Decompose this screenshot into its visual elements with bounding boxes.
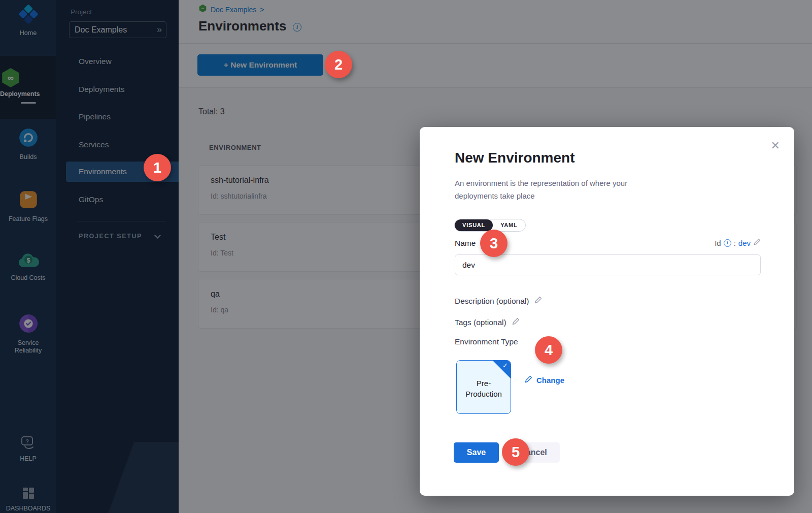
info-icon[interactable]: i bbox=[724, 239, 731, 247]
environment-type-label: Environment Type bbox=[455, 337, 518, 346]
tags-label: Tags (optional) bbox=[455, 318, 506, 327]
tab-yaml[interactable]: YAML bbox=[493, 219, 525, 231]
edit-pencil-icon[interactable] bbox=[512, 317, 520, 328]
save-button[interactable]: Save bbox=[454, 442, 499, 463]
description-field: Description (optional) bbox=[455, 296, 542, 306]
tags-field: Tags (optional) bbox=[455, 317, 520, 328]
modal-title: New Environment bbox=[455, 150, 574, 166]
check-icon: ✓ bbox=[502, 362, 508, 369]
change-link[interactable]: Change bbox=[524, 375, 564, 385]
edit-pencil-icon[interactable] bbox=[753, 238, 761, 247]
annotation-badge-2: 2 bbox=[325, 51, 352, 78]
annotation-badge-3: 3 bbox=[480, 230, 507, 257]
description-label: Description (optional) bbox=[455, 297, 529, 306]
edit-pencil-icon bbox=[524, 375, 532, 385]
annotation-badge-4: 4 bbox=[535, 336, 562, 364]
tab-visual[interactable]: VISUAL bbox=[455, 219, 493, 231]
harness-app: Home ∞ Deployments Builds bbox=[0, 0, 812, 513]
change-label: Change bbox=[536, 376, 564, 384]
environment-type-field: Environment Type bbox=[455, 337, 518, 346]
close-icon[interactable]: ✕ bbox=[771, 139, 780, 152]
annotation-badge-1: 1 bbox=[144, 154, 171, 181]
environment-name-input[interactable] bbox=[455, 254, 761, 275]
id-label: Id bbox=[715, 239, 721, 247]
id-row: Id i : dev bbox=[715, 238, 761, 247]
environment-type-card-pre-production[interactable]: Pre-Production ✓ bbox=[456, 360, 511, 414]
id-value: dev bbox=[738, 239, 751, 247]
name-label: Name bbox=[455, 239, 476, 248]
id-colon: : bbox=[734, 239, 736, 247]
environment-type-value: Pre-Production bbox=[457, 378, 511, 399]
new-environment-modal: ✕ New Environment An environment is the … bbox=[420, 127, 794, 496]
edit-pencil-icon[interactable] bbox=[534, 296, 542, 306]
modal-subtitle: An environment is the representation of … bbox=[455, 177, 658, 202]
annotation-badge-5: 5 bbox=[502, 438, 529, 466]
